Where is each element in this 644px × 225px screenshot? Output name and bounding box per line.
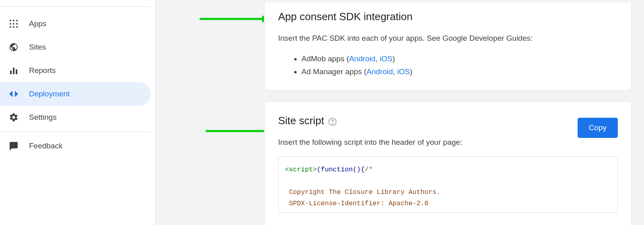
sidebar-item-label: Sites <box>29 43 46 52</box>
help-icon[interactable] <box>328 117 337 125</box>
bar-chart-icon <box>9 66 19 75</box>
sidebar: Apps Sites Reports Deployment <box>0 0 155 225</box>
svg-point-5 <box>16 23 18 25</box>
nav-list-footer: Feedback <box>0 134 155 158</box>
code-icon <box>9 89 19 99</box>
sidebar-item-feedback[interactable]: Feedback <box>0 134 151 158</box>
sidebar-item-label: Deployment <box>29 90 70 98</box>
svg-point-8 <box>16 26 18 28</box>
svg-point-0 <box>10 20 11 21</box>
sidebar-item-label: Apps <box>29 19 46 28</box>
gear-icon <box>9 112 19 122</box>
svg-point-1 <box>13 20 14 21</box>
svg-rect-10 <box>13 68 14 74</box>
card-sdk-integration: App consent SDK integration Insert the P… <box>264 2 632 91</box>
svg-point-4 <box>13 23 14 25</box>
list-item: AdMob apps (Android, iOS) <box>301 52 618 65</box>
code-block[interactable]: <script>(function(){/* Copyright The Clo… <box>278 156 618 213</box>
svg-point-13 <box>14 147 14 147</box>
card-description: Insert the PAC SDK into each of your app… <box>278 33 618 44</box>
card-description: Insert the following script into the hea… <box>278 137 618 148</box>
link-ios[interactable]: iOS <box>397 67 410 76</box>
sidebar-item-label: Settings <box>29 113 57 122</box>
sidebar-item-label: Feedback <box>29 142 62 150</box>
list-item: Ad Manager apps (Android, iOS) <box>301 65 618 78</box>
sidebar-item-settings[interactable]: Settings <box>0 106 151 129</box>
annotation-arrow <box>200 15 268 23</box>
svg-rect-9 <box>10 71 12 74</box>
sidebar-item-reports[interactable]: Reports <box>0 59 151 82</box>
sidebar-separator <box>0 131 151 132</box>
svg-point-7 <box>13 26 14 28</box>
guide-list: AdMob apps (Android, iOS) Ad Manager app… <box>278 52 618 79</box>
sidebar-item-deployment[interactable]: Deployment <box>0 82 151 106</box>
card-title: App consent SDK integration <box>278 10 618 23</box>
main-content: App consent SDK integration Insert the P… <box>155 0 644 225</box>
svg-rect-11 <box>16 69 17 74</box>
sidebar-item-sites[interactable]: Sites <box>0 35 151 59</box>
sidebar-item-apps[interactable]: Apps <box>0 12 151 35</box>
sidebar-item-label: Reports <box>29 66 56 75</box>
svg-point-2 <box>16 20 18 21</box>
apps-icon <box>9 19 19 29</box>
svg-point-6 <box>10 26 11 28</box>
globe-icon <box>9 42 19 52</box>
nav-list: Apps Sites Reports Deployment <box>0 12 155 129</box>
feedback-icon <box>9 141 19 151</box>
svg-point-3 <box>10 23 11 25</box>
link-ios[interactable]: iOS <box>380 54 392 63</box>
link-android[interactable]: Android <box>349 54 376 63</box>
sidebar-divider <box>0 6 151 7</box>
card-title: Site script <box>278 115 618 127</box>
copy-button[interactable]: Copy <box>578 118 618 138</box>
svg-point-19 <box>332 123 332 123</box>
link-android[interactable]: Android <box>367 67 393 76</box>
card-site-script: Site script Copy Insert the following sc… <box>264 101 632 225</box>
